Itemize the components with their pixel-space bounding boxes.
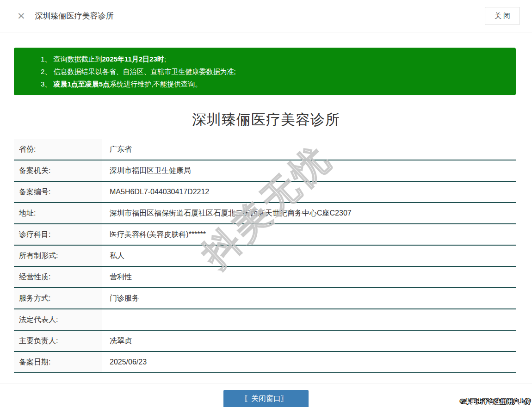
row-label: 备案日期: [14, 352, 102, 372]
table-row-principal: 主要负责人: 冼翠贞 [14, 331, 516, 352]
table-row-ownership: 所有制形式: 私人 [14, 246, 516, 267]
notice-line-1-suffix: ; [164, 55, 166, 63]
row-value: 私人 [102, 251, 516, 261]
row-value: MA5H6DL7-044030417D2212 [102, 188, 516, 196]
notice-line-1-text: 1、 查询数据截止到 [41, 55, 102, 63]
row-label: 主要负责人: [14, 331, 102, 351]
table-row-province: 省份: 广东省 [14, 139, 516, 160]
row-label: 诊疗科目: [14, 224, 102, 245]
notice-line-3-suffix: 系统进行维护,不能提供查询。 [110, 80, 202, 88]
close-window-button[interactable]: 〖关闭窗口〗 [223, 390, 309, 407]
row-value: 2025/06/23 [102, 358, 516, 366]
row-label: 所有制形式: [14, 246, 102, 266]
row-label: 法定代表人: [14, 309, 102, 330]
row-value: 广东省 [102, 145, 516, 154]
table-row-legal-representative: 法定代表人: [14, 309, 516, 331]
table-row-filing-authority: 备案机关: 深圳市福田区卫生健康局 [14, 160, 516, 182]
table-row-medical-subjects: 诊疗科目: 医疗美容科(美容皮肤科)****** [14, 224, 516, 246]
row-value: 医疗美容科(美容皮肤科)****** [102, 230, 516, 240]
table-row-filing-number: 备案编号: MA5H6DL7-044030417D2212 [14, 182, 516, 203]
notice-line-3-bold: 凌晨1点至凌晨5点 [54, 80, 110, 88]
notice-line-3: 3、 凌晨1点至凌晨5点系统进行维护,不能提供查询。 [41, 78, 507, 90]
row-value: 营利性 [102, 272, 516, 282]
row-label: 备案机关: [14, 160, 102, 181]
notice-line-1: 1、 查询数据截止到2025年11月2日23时; [41, 53, 507, 65]
bottom-divider [0, 383, 532, 383]
notice-line-1-bold: 2025年11月2日23时 [102, 55, 164, 63]
page-title: 深圳臻俪医疗美容诊所 [0, 110, 532, 130]
button-row: 〖关闭窗口〗 [0, 390, 532, 407]
row-label: 经营性质: [14, 267, 102, 287]
table-row-service-mode: 服务方式: 门诊服务 [14, 288, 516, 309]
row-value: 深圳市福田区卫生健康局 [102, 166, 516, 176]
notice-line-2-text: 2、 信息数据结果以各省、自治区、直辖市卫生健康委数据为准; [41, 68, 236, 75]
table-row-business-nature: 经营性质: 营利性 [14, 267, 516, 288]
notice-banner: 1、 查询数据截止到2025年11月2日23时; 2、 信息数据结果以各省、自治… [14, 48, 516, 95]
window-header: ✕ 深圳臻俪医疗美容诊所 关 闭 [0, 0, 532, 32]
row-value: 门诊服务 [102, 294, 516, 303]
row-label: 地址: [14, 203, 102, 223]
close-x-icon[interactable]: ✕ [17, 11, 25, 21]
upload-credit-text: ©本图由平台注册用户上传 [460, 397, 531, 406]
row-label: 省份: [14, 139, 102, 160]
row-value: 深圳市福田区福保街道石厦社区石厦北二街西新天世纪商务中心C座C2307 [102, 209, 516, 218]
window-title: 深圳臻俪医疗美容诊所 [35, 11, 114, 21]
notice-line-2: 2、 信息数据结果以各省、自治区、直辖市卫生健康委数据为准; [41, 65, 507, 78]
row-label: 备案编号: [14, 182, 102, 202]
row-value: 冼翠贞 [102, 336, 516, 346]
row-label: 服务方式: [14, 288, 102, 308]
info-table: 省份: 广东省 备案机关: 深圳市福田区卫生健康局 备案编号: MA5H6DL7… [14, 139, 516, 373]
table-row-address: 地址: 深圳市福田区福保街道石厦社区石厦北二街西新天世纪商务中心C座C2307 [14, 203, 516, 224]
table-row-filing-date: 备案日期: 2025/06/23 [14, 352, 516, 373]
close-button[interactable]: 关 闭 [485, 7, 520, 25]
notice-line-3-prefix: 3、 [41, 80, 54, 88]
